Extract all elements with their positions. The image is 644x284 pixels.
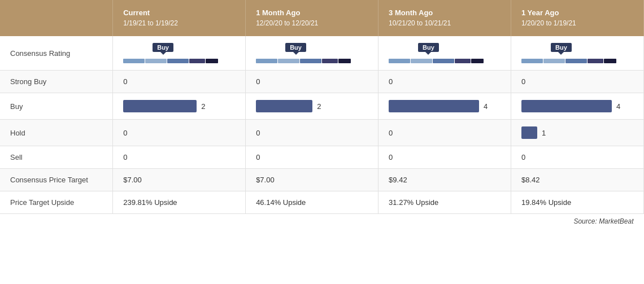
table-row: Strong Buy 0 0 0 0 bbox=[0, 71, 644, 93]
bar-cell: 4 bbox=[511, 93, 644, 120]
row-label: Sell bbox=[0, 146, 113, 169]
table-cell: 0 bbox=[246, 120, 378, 146]
table-cell: 0 bbox=[113, 146, 246, 169]
table-cell: 0 bbox=[378, 71, 511, 93]
row-label: Buy bbox=[0, 93, 113, 120]
table-row: Sell 0 0 0 0 bbox=[0, 146, 644, 169]
row-label: Consensus Rating bbox=[0, 36, 113, 71]
table-row: Price Target Upside 239.81% Upside 46.14… bbox=[0, 191, 644, 214]
table-cell: $7.00 bbox=[113, 169, 246, 191]
table-row: Consensus Rating Buy Buy Buy bbox=[0, 36, 644, 71]
table-cell: 239.81% Upside bbox=[113, 191, 246, 214]
table-cell: 46.14% Upside bbox=[246, 191, 378, 214]
table-cell: $9.42 bbox=[378, 169, 511, 191]
table-cell: 19.84% Upside bbox=[511, 191, 644, 214]
row-label: Consensus Price Target bbox=[0, 169, 113, 191]
table-cell: 0 bbox=[246, 71, 378, 93]
row-label: Strong Buy bbox=[0, 71, 113, 93]
table-row: Buy 2 2 4 4 bbox=[0, 93, 644, 120]
row-label: Hold bbox=[0, 120, 113, 146]
table-row: Consensus Price Target $7.00 $7.00 $9.42… bbox=[0, 169, 644, 191]
bar-cell: 2 bbox=[246, 93, 378, 120]
header-row: Current 1/19/21 to 1/19/22 1 Month Ago 1… bbox=[0, 0, 644, 36]
source-text: Source: MarketBeat bbox=[0, 214, 644, 229]
row-label: Price Target Upside bbox=[0, 191, 113, 214]
rating-cell: Buy bbox=[378, 36, 511, 71]
rating-cell: Buy bbox=[246, 36, 378, 71]
header-col4: 1 Year Ago 1/20/20 to 1/19/21 bbox=[511, 0, 644, 36]
table-cell: 0 bbox=[378, 120, 511, 146]
source-row: Source: MarketBeat bbox=[0, 214, 644, 229]
rating-cell: Buy bbox=[511, 36, 644, 71]
consensus-table: Current 1/19/21 to 1/19/22 1 Month Ago 1… bbox=[0, 0, 644, 229]
bar-cell: 2 bbox=[113, 93, 246, 120]
rating-cell: Buy bbox=[113, 36, 246, 71]
table-cell: 0 bbox=[511, 146, 644, 169]
table-row: Hold 0 0 0 1 bbox=[0, 120, 644, 146]
header-col2: 1 Month Ago 12/20/20 to 12/20/21 bbox=[246, 0, 378, 36]
table-cell: 0 bbox=[511, 71, 644, 93]
table-cell: 0 bbox=[113, 120, 246, 146]
header-col1: Current 1/19/21 to 1/19/22 bbox=[113, 0, 246, 36]
table-cell: $8.42 bbox=[511, 169, 644, 191]
table-cell: 0 bbox=[378, 146, 511, 169]
header-col0 bbox=[0, 0, 113, 36]
table-cell: 0 bbox=[113, 71, 246, 93]
bar-cell: 1 bbox=[511, 120, 644, 146]
table-cell: 31.27% Upside bbox=[378, 191, 511, 214]
header-col3: 3 Month Ago 10/21/20 to 10/21/21 bbox=[378, 0, 511, 36]
bar-cell: 4 bbox=[378, 93, 511, 120]
table-cell: 0 bbox=[246, 146, 378, 169]
table-cell: $7.00 bbox=[246, 169, 378, 191]
